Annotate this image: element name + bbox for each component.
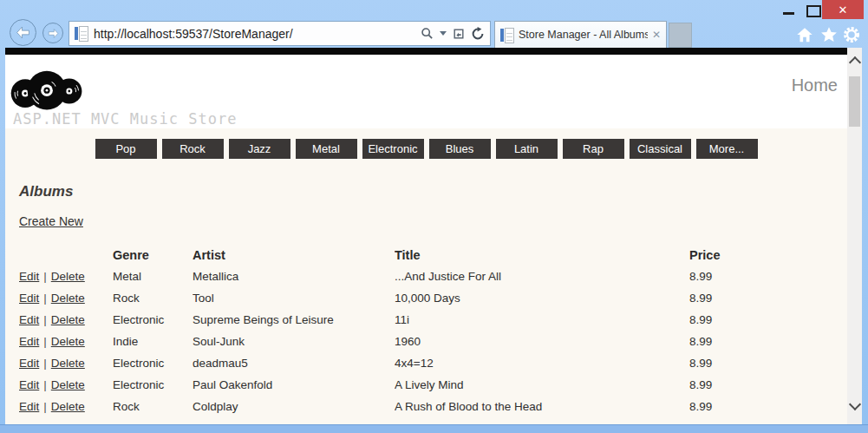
genre-button[interactable]: Jazz bbox=[229, 139, 290, 159]
cell-artist: Coldplay bbox=[193, 400, 395, 413]
row-actions: Edit|Delete bbox=[19, 357, 113, 370]
row-actions: Edit|Delete bbox=[19, 292, 113, 305]
cell-genre: Indie bbox=[113, 335, 193, 348]
site-brand: ASP.NET MVC Music Store bbox=[13, 110, 237, 128]
row-actions: Edit|Delete bbox=[19, 400, 113, 413]
forward-button[interactable] bbox=[42, 23, 63, 43]
genre-button[interactable]: Metal bbox=[296, 139, 357, 159]
address-bar[interactable]: http://localhost:59537/StoreManager/ bbox=[69, 21, 491, 46]
albums-table-header: Genre Artist Title Price bbox=[19, 244, 847, 266]
compatibility-view-icon[interactable] bbox=[453, 28, 465, 40]
table-row: Edit|Delete Electronic deadmau5 4x4=12 8… bbox=[19, 352, 847, 374]
refresh-icon[interactable] bbox=[471, 27, 485, 41]
tab-title: Store Manager - All Albums... bbox=[519, 29, 648, 41]
page-viewport: ASP.NET MVC Music Store Home Pop Rock Ja… bbox=[5, 48, 847, 424]
table-row: Edit|Delete Classical Sarah Brightman A … bbox=[19, 417, 847, 424]
home-icon bbox=[795, 25, 814, 44]
new-tab-button[interactable] bbox=[669, 23, 692, 48]
cell-genre: Metal bbox=[113, 270, 193, 283]
genre-button[interactable]: Latin bbox=[496, 139, 558, 159]
cell-artist: Supreme Beings of Leisure bbox=[193, 313, 395, 326]
cell-price: 8.99 bbox=[689, 313, 776, 326]
home-nav-link[interactable]: Home bbox=[792, 75, 838, 95]
header-genre: Genre bbox=[113, 248, 193, 262]
cell-title: ...And Justice For All bbox=[395, 270, 689, 283]
cell-title: A Rush of Blood to the Head bbox=[395, 400, 689, 413]
action-separator: | bbox=[43, 335, 47, 348]
vinyl-records-logo-icon bbox=[10, 67, 84, 115]
edit-link[interactable]: Edit bbox=[19, 378, 39, 391]
url-text[interactable]: http://localhost:59537/StoreManager/ bbox=[94, 27, 415, 41]
table-row: Edit|Delete Indie Soul-Junk 1960 8.99 bbox=[19, 331, 847, 352]
main-content: Albums Create New Genre Artist Title Pri… bbox=[5, 183, 847, 424]
cell-title: 4x4=12 bbox=[395, 357, 689, 370]
genre-button[interactable]: More... bbox=[696, 139, 758, 159]
delete-link[interactable]: Delete bbox=[51, 313, 85, 326]
cell-title: 1960 bbox=[395, 335, 689, 348]
top-black-strip bbox=[5, 48, 847, 55]
cell-artist: Soul-Junk bbox=[193, 335, 395, 348]
cell-title: 10,000 Days bbox=[395, 292, 689, 305]
scroll-up-icon[interactable] bbox=[849, 56, 861, 69]
row-actions: Edit|Delete bbox=[19, 270, 113, 283]
table-row: Edit|Delete Rock Tool 10,000 Days 8.99 bbox=[19, 287, 847, 309]
genre-button[interactable]: Pop bbox=[95, 139, 157, 159]
delete-link[interactable]: Delete bbox=[51, 335, 85, 348]
edit-link[interactable]: Edit bbox=[19, 313, 39, 326]
tab-close-icon[interactable]: ✕ bbox=[652, 30, 661, 40]
cell-price: 8.99 bbox=[689, 400, 776, 413]
action-separator: | bbox=[43, 357, 47, 370]
action-separator: | bbox=[43, 378, 47, 391]
search-icon[interactable] bbox=[421, 27, 434, 40]
close-button[interactable]: ✕ bbox=[822, 0, 864, 19]
cell-price: 8.99 bbox=[689, 378, 776, 391]
row-actions: Edit|Delete bbox=[19, 335, 113, 348]
cell-artist: Paul Oakenfold bbox=[193, 378, 395, 391]
header-title: Title bbox=[395, 248, 689, 262]
edit-link[interactable]: Edit bbox=[19, 292, 39, 305]
delete-link[interactable]: Delete bbox=[51, 292, 85, 305]
cell-price: 8.99 bbox=[689, 292, 776, 305]
edit-link[interactable]: Edit bbox=[19, 400, 39, 413]
back-button[interactable] bbox=[10, 19, 36, 46]
search-dropdown-icon[interactable] bbox=[440, 31, 447, 36]
cell-artist: deadmau5 bbox=[193, 357, 395, 370]
create-new-link[interactable]: Create New bbox=[19, 214, 83, 228]
favorites-toolbar-button[interactable] bbox=[819, 25, 839, 44]
table-row: Edit|Delete Electronic Supreme Beings of… bbox=[19, 309, 847, 331]
cell-genre: Rock bbox=[113, 292, 193, 305]
vertical-scrollbar[interactable] bbox=[847, 48, 862, 424]
table-row: Edit|Delete Metal Metallica ...And Justi… bbox=[19, 266, 847, 287]
cell-artist: Metallica bbox=[193, 270, 395, 283]
action-separator: | bbox=[43, 313, 47, 326]
delete-link[interactable]: Delete bbox=[51, 270, 85, 283]
genre-button[interactable]: Electronic bbox=[362, 139, 424, 159]
settings-toolbar-button[interactable] bbox=[842, 25, 861, 44]
maximize-button[interactable] bbox=[806, 5, 821, 17]
genre-button[interactable]: Rock bbox=[162, 139, 224, 159]
delete-link[interactable]: Delete bbox=[51, 357, 85, 370]
action-separator: | bbox=[43, 270, 47, 283]
genre-button[interactable]: Rap bbox=[563, 139, 624, 159]
delete-link[interactable]: Delete bbox=[51, 400, 85, 413]
edit-link[interactable]: Edit bbox=[19, 270, 39, 283]
scrollbar-thumb[interactable] bbox=[849, 76, 860, 127]
header-artist: Artist bbox=[193, 248, 395, 262]
edit-link[interactable]: Edit bbox=[19, 335, 39, 348]
delete-link[interactable]: Delete bbox=[51, 378, 85, 391]
row-actions: Edit|Delete bbox=[19, 313, 113, 326]
action-separator: | bbox=[43, 400, 47, 413]
address-bar-icons bbox=[421, 27, 485, 41]
back-arrow-icon bbox=[16, 25, 30, 40]
genre-button[interactable]: Blues bbox=[429, 139, 491, 159]
home-toolbar-button[interactable] bbox=[795, 25, 814, 44]
genre-button[interactable]: Classical bbox=[630, 139, 691, 159]
cell-artist: Tool bbox=[193, 292, 395, 305]
cell-price: 8.99 bbox=[689, 357, 776, 370]
minimize-button[interactable] bbox=[783, 12, 794, 15]
browser-tab[interactable]: Store Manager - All Albums... ✕ bbox=[494, 21, 667, 48]
edit-link[interactable]: Edit bbox=[19, 357, 39, 370]
page-title: Albums bbox=[19, 183, 847, 200]
cell-genre: Electronic bbox=[113, 378, 193, 391]
scroll-down-icon[interactable] bbox=[849, 398, 861, 410]
